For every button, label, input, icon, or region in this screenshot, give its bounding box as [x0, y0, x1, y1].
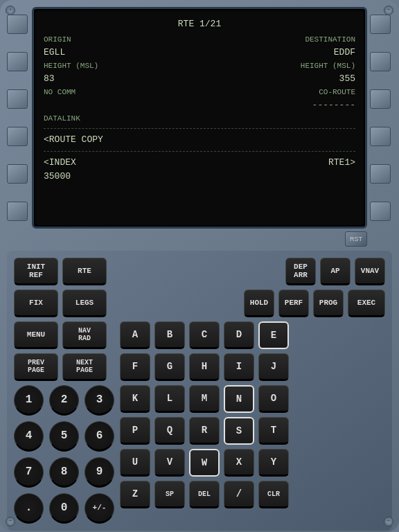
key-s[interactable]: S	[224, 417, 254, 445]
fix-button[interactable]: FIX	[14, 290, 58, 317]
rsk-1[interactable]	[370, 15, 391, 34]
screen-row-label4: DATALINK	[44, 113, 355, 125]
key-b[interactable]: B	[154, 321, 185, 349]
key-5[interactable]: 5	[49, 421, 79, 452]
exec-button[interactable]: EXEC	[348, 290, 385, 317]
key-y[interactable]: Y	[258, 449, 289, 477]
key-c[interactable]: C	[189, 321, 220, 349]
alpha-row-4: P Q R S T	[120, 417, 385, 445]
next-page-button[interactable]: NEXTPAGE	[62, 353, 107, 381]
rsk-3[interactable]	[370, 89, 391, 109]
num-row-4: . 0 +/-	[14, 493, 114, 524]
key-v[interactable]: V	[154, 449, 185, 477]
number-section: 1 2 3 4 5 6 7 8 9 . 0 +/-	[14, 385, 114, 524]
rst-area: RST	[7, 231, 392, 247]
key-dot[interactable]: .	[14, 493, 44, 524]
screen-row-action1: <ROUTE COPY	[44, 133, 355, 147]
key-clr[interactable]: CLR	[258, 481, 289, 508]
screen-divider	[44, 128, 355, 129]
num-row-3: 7 8 9	[14, 457, 114, 488]
ap-button[interactable]: AP	[320, 258, 351, 285]
key-sp[interactable]: SP	[154, 481, 185, 508]
left-side-buttons	[7, 7, 29, 229]
lsk-4[interactable]	[7, 127, 28, 146]
key-0[interactable]: 0	[49, 493, 79, 524]
screen-row-bottom: 35000	[44, 170, 355, 184]
rte-button[interactable]: RTE	[62, 258, 107, 285]
perf-button[interactable]: PERF	[278, 290, 309, 317]
height-val1: 83	[44, 72, 55, 86]
key-2[interactable]: 2	[49, 385, 79, 416]
rsk-6[interactable]	[370, 202, 391, 221]
key-slash[interactable]: /	[224, 481, 254, 508]
right-side-buttons	[370, 7, 392, 229]
device-frame: RTE 1/21 ORIGIN DESTINATION EGLL EDDF HE…	[0, 0, 399, 532]
origin-label: ORIGIN	[44, 34, 71, 46]
key-q[interactable]: Q	[154, 417, 185, 445]
key-m[interactable]: M	[189, 385, 220, 413]
num-row-1: 1 2 3	[14, 385, 114, 416]
screen-row-label2: HEIGHT (MSL) HEIGHT (MSL)	[44, 60, 355, 72]
key-z[interactable]: Z	[120, 481, 150, 508]
key-p[interactable]: P	[120, 417, 150, 445]
key-6[interactable]: 6	[85, 421, 114, 452]
key-4[interactable]: 4	[14, 421, 44, 452]
destination-value: EDDF	[334, 46, 355, 60]
rsk-4[interactable]	[370, 127, 391, 146]
key-i[interactable]: I	[224, 353, 254, 381]
nav-rad-button[interactable]: NAVRAD	[62, 321, 107, 349]
key-t[interactable]: T	[258, 417, 289, 445]
key-h[interactable]: H	[189, 353, 220, 381]
rst-button[interactable]: RST	[345, 231, 367, 247]
key-l[interactable]: L	[154, 385, 185, 413]
key-3[interactable]: 3	[85, 385, 114, 416]
rsk-2[interactable]	[370, 52, 391, 71]
key-plusminus[interactable]: +/-	[85, 493, 114, 524]
screen-row-val1: EGLL EDDF	[44, 46, 355, 60]
key-j[interactable]: J	[258, 353, 289, 381]
lsk-3[interactable]	[7, 89, 28, 109]
screen-section: RTE 1/21 ORIGIN DESTINATION EGLL EDDF HE…	[7, 7, 392, 229]
alpha-row-1: A B C D E	[120, 321, 385, 349]
screen-divider2	[44, 151, 355, 152]
key-a[interactable]: A	[120, 321, 150, 349]
init-ref-button[interactable]: INITREF	[14, 258, 58, 285]
screen-row-action2: <INDEX RTE1>	[44, 156, 355, 170]
key-e[interactable]: E	[258, 321, 289, 349]
key-7[interactable]: 7	[14, 457, 44, 488]
key-del[interactable]: DEL	[189, 481, 220, 508]
lsk-5[interactable]	[7, 164, 28, 184]
screen-row-label1: ORIGIN DESTINATION	[44, 34, 355, 46]
key-d[interactable]: D	[224, 321, 254, 349]
key-g[interactable]: G	[154, 353, 185, 381]
prev-page-button[interactable]: PREVPAGE	[14, 353, 58, 381]
key-x[interactable]: X	[224, 449, 254, 477]
origin-value: EGLL	[44, 46, 65, 60]
key-f[interactable]: F	[120, 353, 150, 381]
key-row-2: FIX LEGS	[14, 290, 114, 317]
key-u[interactable]: U	[120, 449, 150, 477]
lsk-6[interactable]	[7, 202, 28, 221]
key-r[interactable]: R	[189, 417, 220, 445]
key-8[interactable]: 8	[49, 457, 79, 488]
hold-button[interactable]: HOLD	[244, 290, 274, 317]
screen-row-val3: --------	[44, 98, 355, 112]
menu-button[interactable]: MENU	[14, 321, 58, 349]
alpha-row-3: K L M N O	[120, 385, 385, 413]
prog-button[interactable]: PROG	[313, 290, 344, 317]
screen-wrapper: RTE 1/21 ORIGIN DESTINATION EGLL EDDF HE…	[32, 7, 367, 229]
key-k[interactable]: K	[120, 385, 150, 413]
vnav-button[interactable]: VNAV	[355, 258, 385, 285]
legs-button[interactable]: LEGS	[62, 290, 107, 317]
lsk-1[interactable]	[7, 15, 28, 34]
height-val2: 355	[339, 72, 355, 86]
rsk-5[interactable]	[370, 164, 391, 184]
alpha-row-2: F G H I J	[120, 353, 385, 381]
key-n[interactable]: N	[224, 385, 254, 413]
lsk-2[interactable]	[7, 52, 28, 71]
dep-arr-button[interactable]: DEPARR	[285, 258, 316, 285]
key-9[interactable]: 9	[85, 457, 114, 488]
key-o[interactable]: O	[258, 385, 289, 413]
key-1[interactable]: 1	[14, 385, 44, 416]
key-w[interactable]: W	[189, 449, 220, 477]
